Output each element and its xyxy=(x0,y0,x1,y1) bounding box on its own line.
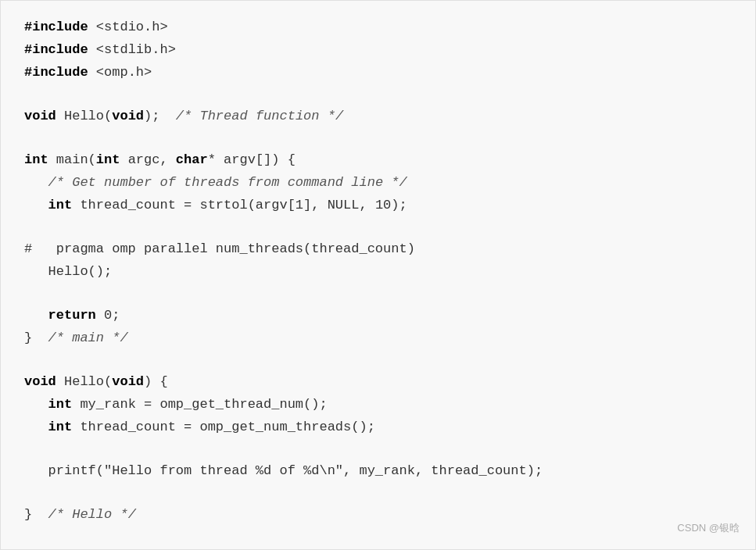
code-line-11: } /* main */ xyxy=(24,327,732,350)
code-line-12: void Hello(void) { xyxy=(24,371,732,394)
blank-4 xyxy=(24,284,732,305)
code-line-9: Hello(); xyxy=(24,261,732,284)
code-line-7: int thread_count = strtol(argv[1], NULL,… xyxy=(24,195,732,217)
blank-5 xyxy=(24,350,732,371)
blank-2 xyxy=(24,128,732,149)
code-line-5: int main(int argc, char* argv[]) { xyxy=(24,149,732,172)
code-line-13: int my_rank = omp_get_thread_num(); xyxy=(24,394,732,416)
code-line-4: void Hello(void); /* Thread function */ xyxy=(24,105,732,128)
blank-3 xyxy=(24,217,732,238)
code-line-8: # pragma omp parallel num_threads(thread… xyxy=(24,238,732,261)
blank-6 xyxy=(24,438,732,459)
code-line-10: return 0; xyxy=(24,305,732,327)
blank-7 xyxy=(24,482,732,503)
code-line-15: printf("Hello from thread %d of %d\n", m… xyxy=(24,460,732,483)
watermark: CSDN @银晗 xyxy=(677,520,740,537)
code-line-2: #include <stdlib.h> xyxy=(24,39,732,62)
code-line-3: #include <omp.h> xyxy=(24,62,732,84)
code-line-14: int thread_count = omp_get_num_threads()… xyxy=(24,416,732,439)
code-block: #include <stdio.h> #include <stdlib.h> #… xyxy=(0,0,756,550)
code-line-16: } /* Hello */ xyxy=(24,504,732,527)
blank-1 xyxy=(24,84,732,105)
code-line-6: /* Get number of threads from command li… xyxy=(24,172,732,195)
code-line-1: #include <stdio.h> xyxy=(24,16,732,39)
